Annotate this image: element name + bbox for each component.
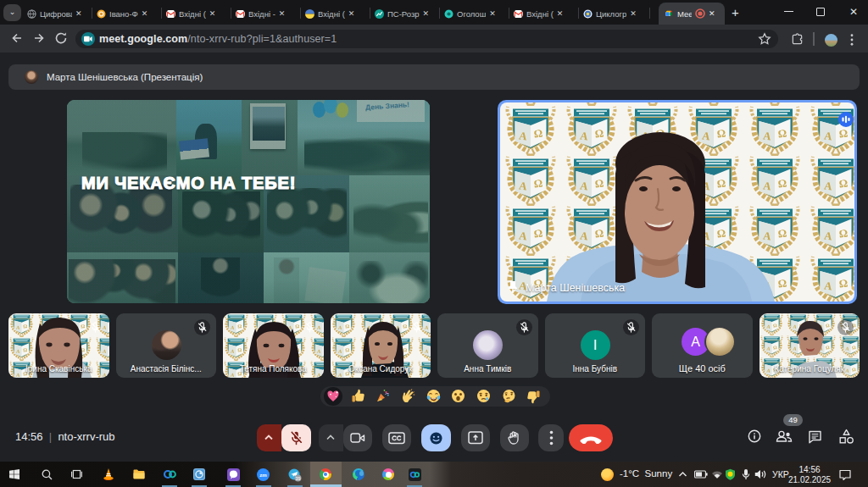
svg-text:39: 39 bbox=[296, 476, 301, 481]
svg-text:zm: zm bbox=[259, 472, 267, 478]
